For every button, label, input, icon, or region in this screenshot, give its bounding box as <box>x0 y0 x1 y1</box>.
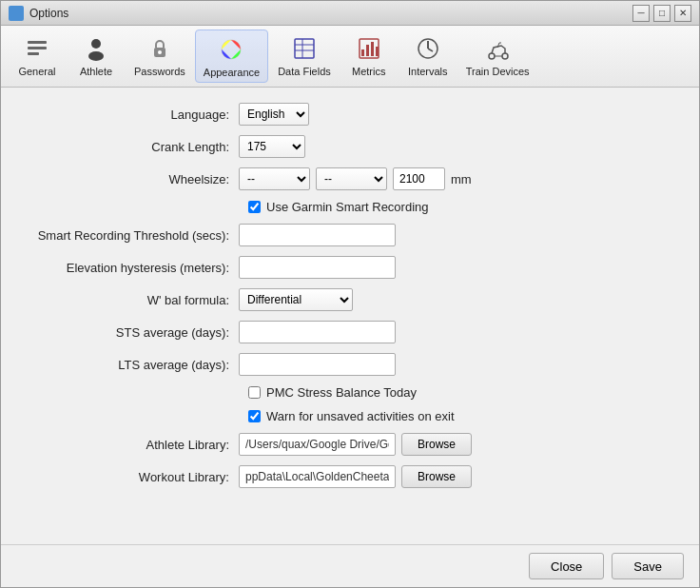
general-label: General <box>18 66 55 77</box>
pmc-checkbox-row: PMC Stress Balance Today <box>20 385 680 400</box>
content-area: Language: English French German Spanish … <box>1 88 699 544</box>
svg-point-20 <box>489 53 495 59</box>
lts-label: LTS average (days): <box>20 358 239 372</box>
warn-checkbox-label[interactable]: Warn for unsaved activities on exit <box>266 409 455 423</box>
intervals-label: Intervals <box>408 66 448 77</box>
svg-rect-16 <box>376 47 379 56</box>
pmc-checkbox[interactable] <box>248 386 261 399</box>
train-devices-label: Train Devices <box>466 66 530 77</box>
crank-length-select[interactable]: 175 170 172.5 177.5 180 <box>239 135 305 158</box>
appearance-icon <box>216 34 246 65</box>
svg-rect-14 <box>366 45 369 56</box>
garmin-checkbox[interactable] <box>248 201 261 213</box>
passwords-label: Passwords <box>134 66 185 77</box>
language-label: Language: <box>20 108 239 122</box>
elevation-label: Elevation hysteresis (meters): <box>20 261 239 275</box>
elevation-input[interactable]: 3. <box>239 256 396 279</box>
crank-length-controls: 175 170 172.5 177.5 180 <box>239 135 305 158</box>
sts-input[interactable]: 7 <box>239 321 396 343</box>
general-icon <box>22 33 52 64</box>
options-window: Options ─ □ ✕ General <box>0 0 700 588</box>
warn-checkbox-row: Warn for unsaved activities on exit <box>20 409 680 423</box>
athlete-library-input[interactable] <box>239 433 396 456</box>
crank-length-label: Crank Length: <box>20 140 239 154</box>
lts-input[interactable]: 42 <box>239 353 396 376</box>
footer: Close Save <box>1 544 699 587</box>
passwords-icon <box>145 33 175 64</box>
save-button[interactable]: Save <box>612 553 684 579</box>
language-row: Language: English French German Spanish <box>20 103 680 126</box>
language-controls: English French German Spanish <box>239 103 309 126</box>
svg-point-4 <box>88 51 104 61</box>
metrics-icon <box>354 33 384 64</box>
toolbar-intervals[interactable]: Intervals <box>399 29 457 83</box>
warn-checkbox[interactable] <box>248 410 261 422</box>
train-devices-icon <box>482 33 513 64</box>
window-icon <box>9 6 24 21</box>
window-controls: ─ □ ✕ <box>632 5 691 22</box>
smart-recording-label: Smart Recording Threshold (secs): <box>20 228 239 243</box>
workout-library-input[interactable] <box>239 465 396 488</box>
sts-controls: 7 <box>239 321 396 343</box>
appearance-label: Appearance <box>204 67 260 78</box>
wheelsize-select1[interactable]: -- 700c 650b <box>239 167 310 190</box>
wbal-label: W' bal formula: <box>20 293 239 307</box>
close-button[interactable]: Close <box>529 553 604 579</box>
athlete-library-browse-button[interactable]: Browse <box>401 433 472 456</box>
smart-recording-input[interactable]: 25 <box>239 224 396 246</box>
svg-rect-0 <box>28 41 47 44</box>
toolbar-athlete[interactable]: Athlete <box>68 29 125 83</box>
pmc-checkbox-label[interactable]: PMC Stress Balance Today <box>266 385 417 400</box>
wbal-row: W' bal formula: Differential Integral <box>20 288 680 311</box>
toolbar-train-devices[interactable]: Train Devices <box>458 29 537 83</box>
svg-point-21 <box>502 53 508 59</box>
svg-rect-2 <box>28 52 39 55</box>
wheelsize-label: Wheelsize: <box>20 172 239 186</box>
wheelsize-row: Wheelsize: -- 700c 650b -- 23 25 28 mm <box>20 167 680 190</box>
language-select[interactable]: English French German Spanish <box>239 103 309 126</box>
toolbar-metrics[interactable]: Metrics <box>340 29 398 83</box>
data-fields-label: Data Fields <box>278 66 331 77</box>
minimize-button[interactable]: ─ <box>632 5 650 22</box>
athlete-library-row: Athlete Library: Browse <box>20 433 680 456</box>
toolbar-general[interactable]: General <box>9 29 66 83</box>
svg-rect-8 <box>295 39 314 58</box>
intervals-icon <box>413 33 443 64</box>
elevation-row: Elevation hysteresis (meters): 3. <box>20 256 680 279</box>
lts-controls: 42 <box>239 353 396 376</box>
wheelsize-select2[interactable]: -- 23 25 28 <box>316 167 387 190</box>
wbal-select[interactable]: Differential Integral <box>239 288 353 311</box>
svg-line-19 <box>428 49 433 51</box>
title-bar: Options ─ □ ✕ <box>1 1 699 26</box>
metrics-label: Metrics <box>352 66 385 77</box>
mm-unit-label: mm <box>451 172 472 186</box>
svg-point-6 <box>158 50 162 54</box>
wheelsize-controls: -- 700c 650b -- 23 25 28 mm <box>239 167 472 190</box>
lts-row: LTS average (days): 42 <box>20 353 680 376</box>
workout-library-label: Workout Library: <box>20 470 239 484</box>
smart-recording-controls: 25 <box>239 224 396 246</box>
athlete-icon <box>81 33 111 64</box>
workout-library-browse-button[interactable]: Browse <box>401 465 472 488</box>
toolbar-appearance[interactable]: Appearance <box>195 29 268 83</box>
restore-button[interactable]: □ <box>653 5 671 22</box>
wbal-controls: Differential Integral <box>239 288 353 311</box>
smart-recording-row: Smart Recording Threshold (secs): 25 <box>20 224 680 246</box>
crank-length-row: Crank Length: 175 170 172.5 177.5 180 <box>20 135 680 158</box>
workout-library-row: Workout Library: Browse <box>20 465 680 488</box>
svg-rect-13 <box>361 49 364 56</box>
athlete-library-label: Athlete Library: <box>20 438 239 452</box>
svg-rect-1 <box>28 47 47 49</box>
toolbar-passwords[interactable]: Passwords <box>126 29 193 83</box>
svg-rect-15 <box>371 42 374 56</box>
elevation-controls: 3. <box>239 256 396 279</box>
window-title: Options <box>29 7 632 20</box>
sts-row: STS average (days): 7 <box>20 321 680 343</box>
sts-label: STS average (days): <box>20 325 239 340</box>
data-fields-icon <box>289 33 320 64</box>
close-button[interactable]: ✕ <box>674 5 691 22</box>
garmin-checkbox-row: Use Garmin Smart Recording <box>20 200 680 214</box>
garmin-checkbox-label[interactable]: Use Garmin Smart Recording <box>266 200 429 214</box>
wheelsize-mm-input[interactable] <box>393 167 445 190</box>
toolbar-data-fields[interactable]: Data Fields <box>270 29 339 83</box>
